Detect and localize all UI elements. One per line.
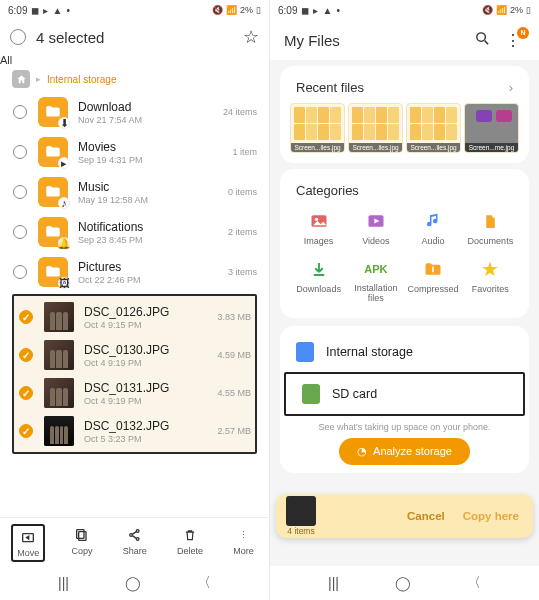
internal-storage-row[interactable]: Internal storage — [280, 332, 529, 372]
row-checkbox[interactable] — [13, 225, 27, 239]
categories-card: Categories Images Videos Audio Documents… — [280, 169, 529, 318]
file-row[interactable]: DSC_0132.JPGOct 5 3:23 PM 2.57 MB — [16, 412, 253, 450]
category-videos[interactable]: Videos — [349, 210, 402, 246]
nav-recents[interactable]: ||| — [328, 575, 339, 591]
apk-icon: APK — [365, 258, 387, 280]
move-button[interactable]: Move — [11, 524, 45, 562]
row-checkbox-checked[interactable] — [19, 424, 33, 438]
search-button[interactable] — [474, 30, 491, 50]
status-time: 6:09 — [278, 5, 297, 16]
favorite-button[interactable]: ☆ — [243, 26, 259, 48]
category-images[interactable]: Images — [292, 210, 345, 246]
app-header: My Files ⋮N — [270, 20, 539, 60]
delete-button[interactable]: Delete — [177, 526, 203, 560]
select-all-label: All — [0, 54, 269, 66]
category-documents[interactable]: Documents — [464, 210, 517, 246]
svg-rect-10 — [432, 267, 434, 273]
svg-rect-1 — [79, 532, 86, 541]
svg-rect-2 — [77, 530, 84, 539]
left-screen: 6:09 ◼ ▸ ▲ • 🔇 📶 2% ▯ 4 selected ☆ All ▸… — [0, 0, 269, 600]
folder-name: Download — [78, 100, 213, 114]
trash-icon — [181, 526, 199, 544]
folder-row[interactable]: ♪ MusicMay 19 12:58 AM 0 items — [8, 172, 261, 212]
folder-icon: ▸ — [38, 137, 68, 167]
recent-file-item[interactable]: Screen...iles.jpg — [348, 103, 403, 153]
documents-icon — [479, 210, 501, 232]
status-bar: 6:09 ◼ ▸ ▲ • 🔇 📶 2% ▯ — [0, 0, 269, 20]
category-apk[interactable]: APKInstallation files — [349, 258, 402, 304]
row-checkbox[interactable] — [13, 145, 27, 159]
folder-date: Nov 21 7:54 AM — [78, 115, 213, 125]
signal-icon: 📶 — [226, 5, 237, 15]
nav-recents[interactable]: ||| — [58, 575, 69, 591]
system-nav: ||| ◯ 〈 — [0, 566, 269, 600]
category-favorites[interactable]: ★Favorites — [464, 258, 517, 304]
folder-row[interactable]: 🔔 NotificationsSep 23 8:45 PM 2 items — [8, 212, 261, 252]
videos-icon — [365, 210, 387, 232]
app-title: My Files — [284, 32, 464, 49]
mute-icon: 🔇 — [212, 5, 223, 15]
sd-card-row[interactable]: SD card — [284, 372, 525, 416]
recent-file-item[interactable]: Screen...iles.jpg — [290, 103, 345, 153]
category-downloads[interactable]: Downloads — [292, 258, 345, 304]
bell-badge-icon: 🔔 — [58, 237, 70, 249]
file-row[interactable]: DSC_0131.JPGOct 4 9:19 PM 4.55 MB — [16, 374, 253, 412]
warning-icon: ▲ — [52, 5, 62, 16]
row-checkbox-checked[interactable] — [19, 348, 33, 362]
folder-icon: 🔔 — [38, 217, 68, 247]
nav-home[interactable]: ◯ — [125, 575, 141, 591]
battery-pct: 2% — [240, 5, 253, 15]
svg-point-6 — [477, 33, 486, 42]
audio-icon — [422, 210, 444, 232]
file-row[interactable]: DSC_0126.JPGOct 4 9:15 PM 3.83 MB — [16, 298, 253, 336]
menu-button[interactable]: ⋮N — [501, 31, 525, 50]
system-nav: ||| ◯ 〈 — [270, 566, 539, 600]
move-icon — [19, 528, 37, 546]
folder-row[interactable]: ▸ MoviesSep 19 4:31 PM 1 item — [8, 132, 261, 172]
copy-here-button[interactable]: Copy here — [459, 506, 523, 526]
nav-back[interactable]: 〈 — [467, 574, 481, 592]
image-thumbnail — [44, 378, 74, 408]
more-button[interactable]: ⋮ More — [233, 526, 254, 560]
battery-icon: ▯ — [526, 5, 531, 15]
folder-count: 24 items — [223, 107, 257, 117]
recent-file-item[interactable]: Screen...me.jpg — [464, 103, 519, 153]
more-icon: ⋮ — [235, 526, 253, 544]
row-checkbox[interactable] — [13, 265, 27, 279]
image-badge-icon: 🖼 — [58, 277, 70, 289]
mute-icon: 🔇 — [482, 5, 493, 15]
recent-file-item[interactable]: Screen...iles.jpg — [406, 103, 461, 153]
breadcrumb-current: Internal storage — [47, 74, 117, 85]
storage-hint: See what's taking up space on your phone… — [280, 422, 529, 432]
notification-badge: N — [517, 27, 529, 39]
image-thumbnail — [44, 340, 74, 370]
svg-point-3 — [129, 534, 132, 537]
nav-home[interactable]: ◯ — [395, 575, 411, 591]
share-button[interactable]: Share — [123, 526, 147, 560]
play-badge-icon: ▸ — [58, 157, 70, 169]
copy-icon — [73, 526, 91, 544]
share-icon — [126, 526, 144, 544]
selection-header: 4 selected ☆ — [0, 20, 269, 54]
folder-row[interactable]: ⬇ DownloadNov 21 7:54 AM 24 items — [8, 92, 261, 132]
category-compressed[interactable]: Compressed — [407, 258, 460, 304]
image-thumbnail — [44, 416, 74, 446]
select-all-checkbox[interactable] — [10, 29, 26, 45]
row-checkbox-checked[interactable] — [19, 310, 33, 324]
row-checkbox[interactable] — [13, 105, 27, 119]
analyze-storage-button[interactable]: ◔ Analyze storage — [339, 438, 470, 465]
cancel-button[interactable]: Cancel — [403, 506, 449, 526]
images-icon — [308, 210, 330, 232]
file-row[interactable]: DSC_0130.JPGOct 4 9:19 PM 4.59 MB — [16, 336, 253, 374]
nav-back[interactable]: 〈 — [197, 574, 211, 592]
folder-row[interactable]: 🖼 PicturesOct 22 2:46 PM 3 items — [8, 252, 261, 292]
home-icon[interactable] — [12, 70, 30, 88]
chevron-right-icon[interactable]: › — [509, 80, 513, 95]
copy-button[interactable]: Copy — [71, 526, 92, 560]
folder-icon: 🖼 — [38, 257, 68, 287]
breadcrumb[interactable]: ▸ Internal storage — [0, 66, 269, 92]
row-checkbox-checked[interactable] — [19, 386, 33, 400]
category-audio[interactable]: Audio — [407, 210, 460, 246]
dot-icon: • — [66, 5, 70, 16]
row-checkbox[interactable] — [13, 185, 27, 199]
